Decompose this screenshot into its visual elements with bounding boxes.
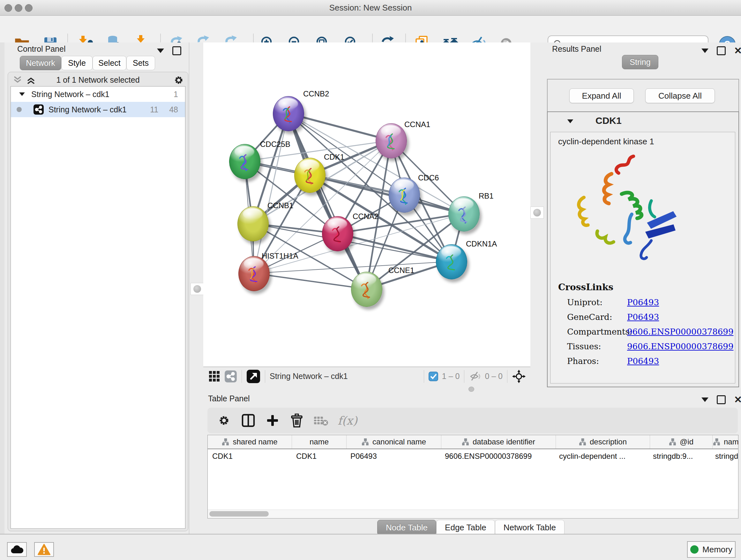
hidden-eye-icon[interactable]: [469, 371, 482, 382]
network-node-cdkn1a[interactable]: [436, 244, 467, 279]
node-label-cdkn1a: CDKN1A: [466, 240, 497, 248]
vertical-splitter-right[interactable]: [530, 43, 545, 385]
column-header-namespace[interactable]: namespace: [713, 435, 738, 449]
network-canvas[interactable]: CCNB2CCNA1CDC25BCDK1CDC6RB1CCNB1CCNA2CDK…: [203, 43, 530, 367]
scrollbar-thumb[interactable]: [209, 511, 269, 516]
network-node-cdc6[interactable]: [389, 178, 420, 212]
gear-icon[interactable]: [173, 75, 184, 85]
network-node-hist1h1a[interactable]: [239, 256, 270, 291]
expand-all-button[interactable]: Expand All: [569, 88, 634, 103]
window-title: Session: New Session: [0, 3, 741, 13]
entry-detail-scroll[interactable]: cyclin-dependent kinase 1: [550, 132, 735, 383]
fit-content-icon[interactable]: [512, 369, 526, 383]
network-collection-row[interactable]: String Network – cdk1 1: [11, 86, 185, 102]
table-cell[interactable]: stringdb:9...: [649, 449, 711, 463]
add-column-icon[interactable]: [260, 410, 285, 431]
panel-float-icon[interactable]: [172, 46, 181, 55]
cloud-button[interactable]: [7, 542, 27, 557]
network-node-count: 11: [150, 105, 158, 114]
collapse-all-button[interactable]: Collapse All: [645, 88, 715, 103]
table-cell[interactable]: 9606.ENSP00000378699: [441, 449, 555, 463]
column-header-name[interactable]: name: [292, 435, 347, 449]
birdseye-view-icon[interactable]: [246, 369, 260, 383]
table-cell[interactable]: cyclin-dependent ...: [555, 449, 649, 463]
crosslinks-rows: Uniprot:P06493GeneCard:P06493Compartment…: [558, 298, 735, 366]
collection-expander-icon[interactable]: [19, 92, 25, 96]
warnings-button[interactable]: [34, 542, 54, 557]
vertical-splitter-left[interactable]: [189, 43, 204, 534]
panel-menu-icon[interactable]: [701, 49, 709, 53]
grid-view-icon[interactable]: [208, 370, 220, 382]
crosslink-link[interactable]: P06493: [627, 312, 659, 322]
column-header-description[interactable]: description: [556, 435, 650, 449]
footer-separator: [265, 370, 265, 383]
tab-sets[interactable]: Sets: [126, 56, 155, 70]
delete-column-icon[interactable]: [285, 410, 309, 431]
selected-checkbox-icon[interactable]: [428, 372, 438, 381]
crosslink-row: Pharos:P06493: [567, 356, 735, 366]
network-edge[interactable]: [288, 113, 366, 289]
table-cell[interactable]: P06493: [346, 449, 441, 463]
network-edge[interactable]: [254, 113, 288, 273]
tab-style[interactable]: Style: [61, 56, 92, 70]
network-row[interactable]: String Network – cdk1 11 48: [11, 102, 185, 117]
network-node-ccne1[interactable]: [351, 272, 382, 307]
node-label-ccnb1: CCNB1: [267, 201, 293, 210]
table-row[interactable]: CDK1CDK1P064939606.ENSP00000378699cyclin…: [208, 449, 738, 463]
network-node-ccnb2[interactable]: [273, 96, 304, 131]
tab-select[interactable]: Select: [92, 56, 126, 70]
tab-network-table[interactable]: Network Table: [495, 520, 564, 536]
table-cell[interactable]: CDK1: [208, 449, 292, 463]
column-header-canonical-name[interactable]: canonical name: [347, 435, 441, 449]
memory-label: Memory: [702, 545, 732, 555]
column-header-shared-name[interactable]: shared name: [208, 435, 292, 449]
panel-close-icon[interactable]: ✕: [734, 47, 741, 54]
tab-edge-table[interactable]: Edge Table: [436, 520, 495, 536]
panel-menu-icon[interactable]: [157, 49, 164, 53]
network-node-ccna2[interactable]: [322, 216, 353, 251]
column-header--id[interactable]: @id: [650, 435, 713, 449]
network-node-cdk1[interactable]: [294, 158, 326, 193]
table-cell[interactable]: CDK1: [292, 449, 346, 463]
network-edge[interactable]: [254, 273, 366, 289]
table-horizontal-scrollbar[interactable]: [208, 509, 738, 518]
memory-button[interactable]: Memory: [687, 541, 736, 558]
warning-icon: [38, 544, 51, 555]
panel-menu-icon[interactable]: [701, 397, 709, 402]
tab-string[interactable]: String: [622, 55, 658, 69]
share-view-icon[interactable]: [224, 370, 237, 383]
node-label-rb1: RB1: [479, 192, 494, 200]
node-table[interactable]: shared namenamecanonical namedatabase id…: [207, 435, 738, 518]
delete-table-icon[interactable]: [309, 410, 333, 431]
tab-node-table[interactable]: Node Table: [377, 520, 436, 536]
crosslink-link[interactable]: 9606.ENSP00000378699: [627, 327, 733, 336]
panel-close-icon[interactable]: ✕: [734, 396, 741, 403]
panel-float-icon[interactable]: [717, 395, 726, 404]
crosslink-link[interactable]: P06493: [627, 356, 659, 366]
network-node-cdc25b[interactable]: [229, 144, 260, 179]
column-header-label: database identifier: [473, 437, 535, 446]
network-node-rb1[interactable]: [448, 196, 480, 232]
crosslink-link[interactable]: 9606.ENSP00000378699: [627, 341, 733, 351]
table-gear-icon[interactable]: [212, 410, 236, 431]
show-columns-icon[interactable]: [236, 410, 260, 431]
crosslink-link[interactable]: P06493: [627, 298, 659, 307]
tab-network[interactable]: Network: [20, 56, 61, 70]
network-node-ccnb1[interactable]: [238, 206, 269, 241]
network-edge[interactable]: [310, 175, 464, 213]
network-node-ccna1[interactable]: [376, 123, 407, 159]
table-cell[interactable]: stringdb: [711, 449, 738, 463]
column-header-database-identifier[interactable]: database identifier: [441, 435, 556, 449]
column-type-icon: [713, 438, 721, 446]
splitter-handle[interactable]: [530, 206, 544, 219]
table-header-row: shared namenamecanonical namedatabase id…: [208, 435, 738, 449]
protein-structure-thumbnail: [327, 222, 348, 246]
function-builder-icon[interactable]: f(x): [338, 414, 357, 427]
node-label-cdc25b: CDC25B: [260, 140, 290, 149]
network-list-panel: 1 of 1 Network selected String Network –…: [8, 72, 188, 531]
node-label-cdc6: CDC6: [418, 173, 439, 182]
entry-expander-icon[interactable]: [567, 119, 574, 123]
panel-float-icon[interactable]: [717, 46, 726, 55]
splitter-handle[interactable]: [191, 283, 204, 295]
gene-name: CDK1: [596, 115, 622, 126]
